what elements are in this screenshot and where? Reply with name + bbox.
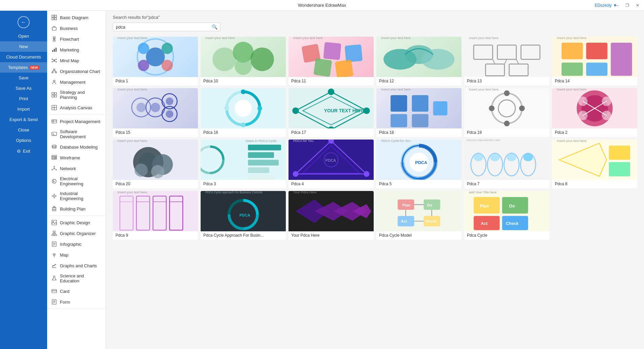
nav-management[interactable]: Management [47,77,106,87]
template-card[interactable]: Insert your text here. Pdca 1 [113,37,198,85]
template-card[interactable]: add Your Title here Plan Do Act Check Pd… [464,191,549,240]
nav-form[interactable]: Form [47,297,106,307]
minimize-button[interactable]: — [613,2,621,8]
svg-rect-208 [120,196,133,230]
nav-graphic-design[interactable]: Graphic Design [47,217,106,228]
svg-rect-147 [391,114,407,127]
back-button[interactable]: ← [0,11,47,31]
nav-card[interactable]: Card [47,286,106,297]
graphic-icon [51,220,57,226]
search-input[interactable] [116,25,212,30]
template-card[interactable]: Insert your text here. Pdca 18 [376,88,462,137]
nav-electrical[interactable]: Electrical Engineering [47,174,106,189]
template-card[interactable]: PDCA Cycle for You PDCA Pdca 5 [376,140,462,188]
nav-analysis[interactable]: Analysis Canvas [47,102,106,113]
template-card[interactable]: Insert your text here. Pdca 9 [113,191,198,240]
sidebar-item-save[interactable]: Save [0,73,47,83]
svg-point-93 [212,47,236,71]
template-card[interactable]: Plan Do Act Check P [376,191,462,240]
svg-text:PDCA: PDCA [415,160,427,165]
template-card[interactable]: Insert your text here. Pdca 15 [113,88,198,137]
card-preview: Insert your text here [552,37,637,77]
nav-graphic-organizer[interactable]: Graphic Organizer [47,228,106,239]
svg-text:PDCA Cycle Approach For Busine: PDCA Cycle Approach For Business Control… [205,191,262,194]
nav-mindmap[interactable]: Mind Map [47,55,106,66]
maximize-button[interactable]: ❐ [623,2,631,8]
window-controls[interactable]: — ❐ ✕ [613,2,641,8]
template-card[interactable]: PDCA Cycle Approach For Business Control… [201,191,286,240]
nav-flowchart[interactable]: Flowchart [47,34,106,44]
sidebar-item-new[interactable]: New [0,41,47,52]
svg-text:Insert your text here: Insert your text here [469,37,499,40]
nav-org-chart[interactable]: Organizational Chart [47,66,106,77]
svg-rect-101 [313,58,332,77]
project-icon [51,118,57,124]
template-card[interactable]: PDCA for You PDCA Pdca 4 [289,140,374,188]
nav-marketing[interactable]: Marketing [47,44,106,55]
nav-basic-diagram[interactable]: Basic Diagram [47,12,106,23]
empty-slot [552,191,637,240]
svg-point-155 [504,121,510,126]
sidebar-item-templates[interactable]: Templates NEW [0,62,47,73]
svg-rect-108 [474,45,493,59]
nav-science[interactable]: Science and Education [47,271,106,286]
card-preview [201,88,286,128]
nav-label: Strategy and Planning [60,90,102,100]
close-button[interactable]: ✕ [634,2,641,8]
nav-strategy[interactable]: Strategy and Planning [47,87,106,102]
svg-line-51 [55,169,56,169]
svg-point-154 [519,106,525,111]
template-card[interactable]: Insert your text here Pdca 10 [201,37,286,85]
sidebar-item-open[interactable]: Open [0,31,47,41]
nav-label: Wireframe [60,155,80,160]
nav-network[interactable]: Network [47,163,106,174]
template-card[interactable]: Insert your text here Pdca 14 [552,37,637,85]
nav-label: Software Development [60,129,102,139]
svg-point-87 [138,43,149,54]
template-card[interactable]: Insert your text here Pdca 11 [289,37,374,85]
nav-business[interactable]: Business [47,23,106,34]
sidebar-item-saveas[interactable]: Save As [0,83,47,93]
nav-graphs[interactable]: Graphs and Charts [47,260,106,271]
svg-rect-111 [485,64,504,76]
sidebar-item-print[interactable]: Print [0,93,47,104]
template-card[interactable]: Insert your text here Pdca 2 [552,88,637,137]
template-card[interactable]: Your Pdca Here Your Pdca Here [289,191,374,240]
svg-text:Insert your text here: Insert your text here [557,37,586,40]
template-card[interactable]: Pdca 16 [201,88,286,137]
nav-project[interactable]: Project Management [47,116,106,127]
nav-building[interactable]: Building Plan [47,203,106,214]
sidebar-item-close[interactable]: Close [0,125,47,135]
sidebar-item-options[interactable]: Options [0,135,47,146]
search-box[interactable]: 🔍 [113,23,221,31]
nav-label: Industrial Engineering [60,191,102,201]
template-card[interactable]: Insert your text here Pdca 13 [464,37,549,85]
svg-rect-112 [509,64,528,76]
template-card[interactable]: YOUR TEXT HERE Pdca 17 [289,88,374,137]
sidebar-item-cloud[interactable]: Cloud Documents [0,52,47,62]
sidebar-item-exit[interactable]: ⊖ Exit [0,146,47,156]
svg-point-96 [235,58,252,75]
sidebar-item-import[interactable]: Import [0,104,47,114]
sidebar: ← Open New Cloud Documents Templates NEW… [0,11,47,349]
search-icon[interactable]: 🔍 [212,24,217,30]
new-badge: NEW [29,66,39,70]
sidebar-item-export[interactable]: Export & Send [0,114,47,125]
nav-label: Card [60,289,69,294]
svg-rect-34 [52,120,57,123]
nav-database[interactable]: Database Modeling [47,142,106,152]
nav-wireframe[interactable]: Wireframe [47,152,106,163]
nav-software[interactable]: Software Development [47,127,106,142]
template-card[interactable]: Insert your text here. Pdca 19 [464,88,549,137]
template-card[interactable]: Service Improvement Plan Pdca 7 [464,140,549,188]
svg-point-88 [162,43,173,54]
template-card[interactable]: Steps in PDCA Cycle [201,140,286,188]
template-card[interactable]: Insert your text here. Pdca 20 [113,140,198,188]
nav-industrial[interactable]: Industrial Engineering [47,189,106,203]
card-preview: Insert your text here. [113,88,198,128]
nav-map[interactable]: Map [47,249,106,260]
template-card[interactable]: Insert your text here Pdca 12 [376,37,462,85]
nav-infographic[interactable]: Infographic [47,239,106,249]
nav-label: Database Modeling [60,145,98,150]
template-card[interactable]: Insert your text here. Pdca 8 [552,140,637,188]
